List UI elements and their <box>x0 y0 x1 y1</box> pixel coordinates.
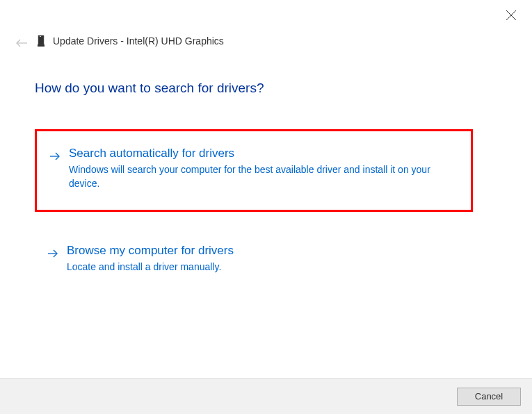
footer-bar: Cancel <box>0 378 532 414</box>
svg-rect-4 <box>38 44 45 47</box>
option-description: Windows will search your computer for th… <box>69 163 458 190</box>
arrow-right-icon <box>47 248 58 260</box>
option-title: Search automatically for drivers <box>69 147 458 160</box>
option-search-automatically[interactable]: Search automatically for drivers Windows… <box>35 129 473 212</box>
content-area: How do you want to search for drivers? S… <box>35 81 473 306</box>
svg-rect-5 <box>40 36 41 37</box>
option-browse-computer[interactable]: Browse my computer for drivers Locate an… <box>35 230 473 288</box>
option-description: Locate and install a driver manually. <box>67 260 460 274</box>
arrow-right-icon <box>49 151 61 163</box>
page-heading: How do you want to search for drivers? <box>35 81 473 96</box>
window-title: Update Drivers - Intel(R) UHD Graphics <box>53 35 224 47</box>
close-button[interactable] <box>506 10 517 21</box>
window-title-row: Update Drivers - Intel(R) UHD Graphics <box>36 35 224 47</box>
back-arrow-icon <box>15 38 28 48</box>
cancel-button[interactable]: Cancel <box>457 388 521 406</box>
device-icon <box>36 35 46 47</box>
option-title: Browse my computer for drivers <box>67 244 460 258</box>
